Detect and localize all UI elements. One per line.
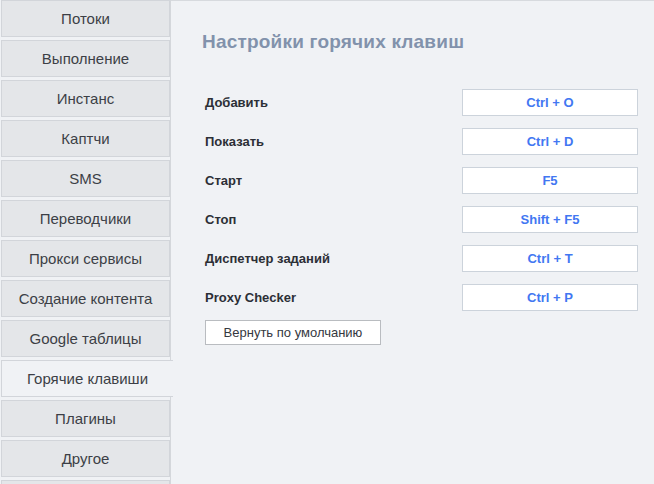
sidebar-item-3[interactable]: Каптчи [1, 120, 170, 157]
hotkey-value-field[interactable]: F5 [462, 167, 638, 194]
sidebar-item-10[interactable]: Плагины [1, 400, 170, 437]
page-title: Настройки горячих клавиш [202, 31, 464, 53]
hotkey-rows: Добавить Ctrl + O Показать Ctrl + D Стар… [205, 89, 638, 311]
sidebar-item-label: Выполнение [42, 50, 129, 67]
hotkey-label: Старт [205, 173, 462, 188]
content-top-border [171, 0, 654, 1]
hotkey-row: Показать Ctrl + D [205, 128, 638, 155]
sidebar-item-label: Прокси сервисы [29, 250, 142, 267]
sidebar-item-label: Горячие клавиши [27, 370, 148, 387]
sidebar-item-0[interactable]: Потоки [1, 0, 170, 37]
hotkey-label: Добавить [205, 95, 462, 110]
sidebar-item-partial [1, 480, 170, 484]
hotkey-label: Диспетчер заданий [205, 251, 462, 266]
sidebar-item-11[interactable]: Другое [1, 440, 170, 477]
sidebar-item-7[interactable]: Создание контента [1, 280, 170, 317]
sidebar-item-label: Потоки [61, 10, 110, 27]
sidebar-item-label: Плагины [55, 410, 116, 427]
hotkey-label: Стоп [205, 212, 462, 227]
hotkey-value-field[interactable]: Ctrl + P [462, 284, 638, 311]
hotkey-row: Стоп Shift + F5 [205, 206, 638, 233]
sidebar-item-8[interactable]: Google таблицы [1, 320, 170, 357]
sidebar-item-9[interactable]: Горячие клавиши [1, 360, 173, 397]
sidebar-item-label: Каптчи [61, 130, 109, 147]
hotkey-row: Старт F5 [205, 167, 638, 194]
sidebar-item-label: Переводчики [40, 210, 132, 227]
sidebar-item-label: Другое [62, 450, 110, 467]
hotkey-label: Показать [205, 134, 462, 149]
sidebar-item-label: SMS [69, 170, 102, 187]
sidebar-item-5[interactable]: Переводчики [1, 200, 170, 237]
sidebar-content-divider [170, 0, 171, 484]
hotkey-value-field[interactable]: Ctrl + T [462, 245, 638, 272]
sidebar-item-4[interactable]: SMS [1, 160, 170, 197]
hotkey-value-field[interactable]: Ctrl + D [462, 128, 638, 155]
hotkey-value-field[interactable]: Shift + F5 [462, 206, 638, 233]
hotkey-row: Proxy Checker Ctrl + P [205, 284, 638, 311]
sidebar-item-label: Создание контента [19, 290, 153, 307]
sidebar-item-2[interactable]: Инстанс [1, 80, 170, 117]
hotkey-label: Proxy Checker [205, 290, 462, 305]
sidebar-item-6[interactable]: Прокси сервисы [1, 240, 170, 277]
sidebar-item-1[interactable]: Выполнение [1, 40, 170, 77]
hotkey-row: Диспетчер заданий Ctrl + T [205, 245, 638, 272]
reset-defaults-button[interactable]: Вернуть по умолчанию [205, 320, 381, 345]
sidebar-item-label: Инстанс [57, 90, 114, 107]
hotkey-value-field[interactable]: Ctrl + O [462, 89, 638, 116]
hotkey-row: Добавить Ctrl + O [205, 89, 638, 116]
settings-sidebar: Потоки Выполнение Инстанс Каптчи SMS Пер… [0, 0, 170, 484]
sidebar-item-label: Google таблицы [29, 330, 141, 347]
